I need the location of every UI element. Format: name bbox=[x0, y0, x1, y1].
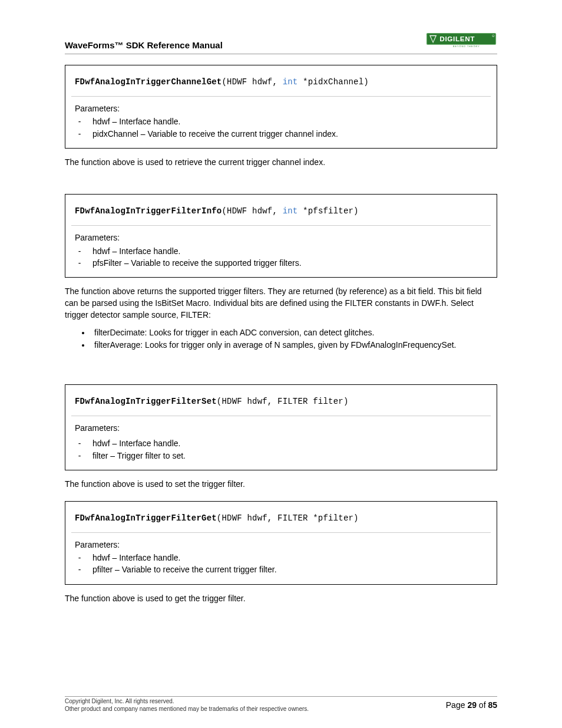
function-box: FDwfAnalogInTriggerFilterSet(HDWF hdwf, … bbox=[65, 384, 497, 470]
parameter-text: pfilter – Variable to receive the curren… bbox=[92, 564, 277, 575]
keyword-int: int bbox=[283, 206, 298, 216]
list-item: filterAverage: Looks for trigger only in… bbox=[91, 339, 497, 351]
parameters-block: Parameters: -hdwf – Interface handle. -p… bbox=[65, 97, 497, 148]
function-signature: FDwfAnalogInTriggerChannelGet(HDWF hdwf,… bbox=[65, 65, 497, 96]
parameter-text: pidxChannel – Variable to receive the cu… bbox=[92, 128, 338, 140]
function-name: FDwfAnalogInTriggerFilterGet bbox=[75, 513, 217, 523]
parameters-label: Parameters: bbox=[75, 103, 487, 114]
body-text: The function above returns the supported… bbox=[65, 286, 497, 321]
parameter-text: filter – Trigger filter to set. bbox=[92, 450, 186, 462]
dash-icon: - bbox=[77, 245, 82, 257]
page-total: 85 bbox=[488, 700, 497, 710]
sig-part: *pfsfilter) bbox=[297, 206, 358, 216]
page-footer: Copyright Digilent, Inc. All rights rese… bbox=[65, 696, 497, 713]
parameter-text: hdwf – Interface handle. bbox=[92, 437, 180, 449]
body-text: The function above is used to get the tr… bbox=[65, 593, 497, 605]
parameters-label: Parameters: bbox=[75, 232, 487, 243]
sig-part: (HDWF hdwf, FILTER *pfilter) bbox=[217, 513, 359, 523]
dash-icon: - bbox=[77, 450, 82, 462]
parameters-block: Parameters: -hdwf – Interface handle. -p… bbox=[65, 226, 497, 277]
svg-text:DIGILENT: DIGILENT bbox=[439, 35, 475, 43]
sig-part: (HDWF hdwf, FILTER filter) bbox=[217, 397, 349, 406]
page-header: WaveForms™ SDK Reference Manual DIGILENT… bbox=[65, 33, 497, 54]
sig-part: (HDWF hdwf, bbox=[222, 77, 282, 87]
bullet-list: filterDecimate: Looks for trigger in eac… bbox=[65, 327, 497, 351]
function-signature: FDwfAnalogInTriggerFilterInfo(HDWF hdwf,… bbox=[65, 195, 497, 225]
page-current: 29 bbox=[467, 700, 477, 710]
function-signature: FDwfAnalogInTriggerFilterGet(HDWF hdwf, … bbox=[65, 502, 497, 532]
parameters-label: Parameters: bbox=[75, 539, 487, 551]
body-text: The function above is used to retrieve t… bbox=[65, 157, 497, 169]
function-box: FDwfAnalogInTriggerFilterInfo(HDWF hdwf,… bbox=[65, 194, 497, 278]
parameter-text: hdwf – Interface handle. bbox=[92, 552, 180, 564]
parameter-text: hdwf – Interface handle. bbox=[92, 245, 180, 257]
digilent-logo: DIGILENT R BEYOND THEORY bbox=[425, 33, 497, 50]
dash-icon: - bbox=[77, 257, 82, 269]
dash-icon: - bbox=[77, 564, 82, 575]
trademark-text: Other product and company names mentione… bbox=[65, 706, 309, 713]
list-item: filterDecimate: Looks for trigger in eac… bbox=[91, 327, 497, 339]
function-name: FDwfAnalogInTriggerFilterSet bbox=[75, 397, 217, 406]
dash-icon: - bbox=[77, 128, 82, 140]
copyright-text: Copyright Digilent, Inc. All rights rese… bbox=[65, 698, 309, 706]
function-name: FDwfAnalogInTriggerFilterInfo bbox=[75, 206, 222, 216]
sig-part: *pidxChannel) bbox=[297, 77, 368, 87]
parameter-text: pfsFilter – Variable to receive the supp… bbox=[92, 257, 302, 269]
parameters-block: Parameters: -hdwf – Interface handle. -p… bbox=[65, 533, 497, 584]
svg-text:R: R bbox=[493, 35, 494, 37]
dash-icon: - bbox=[77, 437, 82, 449]
header-title: WaveForms™ SDK Reference Manual bbox=[65, 40, 223, 50]
parameters-block: Parameters: -hdwf – Interface handle. -f… bbox=[65, 416, 497, 470]
sig-part: (HDWF hdwf, bbox=[222, 206, 282, 216]
parameter-text: hdwf – Interface handle. bbox=[92, 116, 180, 127]
body-text: The function above is used to set the tr… bbox=[65, 479, 497, 490]
parameters-label: Parameters: bbox=[75, 422, 487, 434]
keyword-int: int bbox=[283, 77, 298, 87]
page-label: Page bbox=[446, 700, 468, 710]
svg-text:BEYOND THEORY: BEYOND THEORY bbox=[453, 45, 480, 48]
page-of: of bbox=[477, 700, 488, 710]
function-box: FDwfAnalogInTriggerFilterGet(HDWF hdwf, … bbox=[65, 501, 497, 585]
function-signature: FDwfAnalogInTriggerFilterSet(HDWF hdwf, … bbox=[65, 385, 497, 416]
page-number: Page 29 of 85 bbox=[446, 698, 497, 710]
dash-icon: - bbox=[77, 552, 82, 564]
function-box: FDwfAnalogInTriggerChannelGet(HDWF hdwf,… bbox=[65, 65, 497, 149]
footer-left: Copyright Digilent, Inc. All rights rese… bbox=[65, 698, 309, 713]
dash-icon: - bbox=[77, 116, 82, 127]
function-name: FDwfAnalogInTriggerChannelGet bbox=[75, 77, 222, 87]
